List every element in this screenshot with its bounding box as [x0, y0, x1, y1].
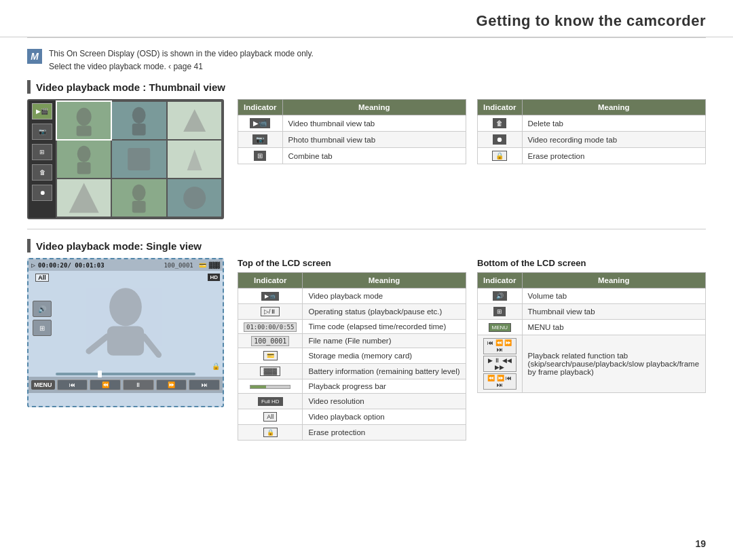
table-row: ▷/⏸ Operating status (playback/pause etc… — [238, 304, 466, 320]
progress-bar-icon — [250, 385, 290, 389]
top-lcd-table: Indicator Meaning ▶📹 Video playback mode… — [238, 272, 466, 441]
skip-back-btn: ⏮ — [57, 379, 88, 390]
sb-video-icon: ▶🎬 — [32, 103, 52, 119]
table-cell: Operating status (playback/pause etc.) — [303, 304, 466, 320]
erase-prot-icon: 🔒 — [263, 428, 278, 437]
table-cell: MENU tab — [522, 320, 705, 335]
lcd-left-panel: All 🔊 ⊞ — [29, 271, 56, 373]
table-row: ⊞ Combine tab — [238, 148, 466, 164]
record-mode-icon: ⏺ — [493, 134, 506, 145]
lcd-sidebar: ▶🎬 📷 ⊞ 🗑 ⏺ — [29, 100, 56, 218]
lcd-cell-3 — [168, 102, 221, 139]
sb-record-icon: ⏺ — [32, 185, 52, 201]
top-lcd-col: Top of the LCD screen Indicator Meaning … — [238, 258, 466, 441]
lcd-cell-8 — [112, 179, 166, 217]
top-lcd-title: Top of the LCD screen — [238, 258, 466, 268]
combine-icon: ⊞ — [254, 151, 266, 161]
volume-tab-icon: 🔊 — [493, 291, 507, 301]
menu-label: MENU — [31, 380, 55, 390]
table-cell: Storage media (memory card) — [303, 348, 466, 364]
table-cell-meaning: Video thumbnail view tab — [282, 115, 466, 132]
filename-display: 100_0001 — [164, 262, 193, 269]
table-cell: Video resolution — [303, 394, 466, 409]
lcd-figure — [56, 271, 195, 373]
thumb-view-tab-icon: ⊞ — [493, 307, 506, 316]
info-icon: M — [27, 49, 42, 64]
table-row: Full HD Video resolution — [238, 394, 466, 409]
timecode-display: 00:00:20/ 00:01:03 — [38, 262, 105, 269]
single-section-title: Video playback mode: Single view — [27, 239, 706, 253]
lcd-grid — [56, 100, 223, 218]
table-row: All Video playback option — [238, 409, 466, 425]
bottom-lcd-table: Indicator Meaning 🔊 Volume tab ⊞ Thumbna… — [477, 272, 706, 393]
th-meaning-1: Meaning — [282, 100, 466, 115]
volume-btn: 🔊 — [33, 301, 52, 317]
table-row: ⏺ Video recording mode tab — [478, 132, 706, 148]
page-header: Getting to know the camcorder — [0, 0, 733, 37]
table-cell: Playback related function tab (skip/sear… — [522, 335, 705, 393]
playback-ctrl-icon-row1: ⏮ ⏪ ⏩ ⏭ — [483, 338, 516, 354]
lcd-cell-4 — [57, 141, 111, 178]
filename-icon: 100_0001 — [251, 336, 289, 346]
video-playback-mode-icon: ▶📹 — [261, 292, 279, 301]
sb-combine-icon: ⊞ — [32, 144, 52, 160]
table-cell: Video playback option — [303, 409, 466, 425]
table-cell: Thumbnail view tab — [522, 304, 705, 320]
lcd-topbar: ▷ 00:00:20/ 00:01:03 100_0001 💳 ▓▓▓ — [29, 259, 223, 271]
svg-rect-3 — [132, 124, 146, 136]
table-row: ▶📹 Video thumbnail view tab — [238, 115, 466, 132]
all-label: All — [35, 274, 49, 282]
th-top-mean: Meaning — [303, 273, 466, 288]
pause-btn: ⏸ — [123, 379, 154, 390]
storage-icon: 💳 — [263, 351, 278, 360]
lcd-cell-2 — [112, 102, 166, 139]
thumbnail-section: ▶🎬 📷 ⊞ 🗑 ⏺ — [27, 99, 706, 219]
th-bot-ind: Indicator — [478, 273, 523, 288]
svg-point-13 — [109, 288, 142, 326]
svg-rect-1 — [77, 126, 92, 136]
lcd-cell-6 — [168, 141, 221, 178]
table-cell: Time code (elapsed time/recorded time) — [303, 320, 466, 334]
table-row: ▶📹 Video playback mode — [238, 288, 466, 304]
table-row: ⊞ Thumbnail view tab — [478, 304, 706, 320]
card-icon: 💳 — [199, 262, 206, 269]
thumbnail-table-2: Indicator Meaning 🗑 Delete tab ⏺ Video r… — [477, 99, 706, 164]
table-row: 100_0001 File name (File number) — [238, 334, 466, 348]
table-cell-meaning: Combine tab — [282, 148, 466, 164]
table-cell-meaning: Photo thumbnail view tab — [282, 132, 466, 148]
svg-rect-6 — [77, 162, 91, 174]
lcd-cell-1 — [57, 102, 111, 139]
table-cell: Video playback mode — [303, 288, 466, 304]
page-number: 19 — [695, 538, 706, 549]
playback-ctrl-icon-row3: ⏪ ⏩ ⏮ ⏭ — [483, 373, 516, 390]
thumbnail-tables: Indicator Meaning ▶📹 Video thumbnail vie… — [238, 99, 706, 164]
thumbnail-btn: ⊞ — [33, 320, 52, 336]
resolution-icon: Full HD — [258, 397, 283, 406]
single-section: ▷ 00:00:20/ 00:01:03 100_0001 💳 ▓▓▓ All … — [27, 258, 706, 441]
sb-photo-icon: 📷 — [32, 124, 52, 140]
play-icon: ▷ — [31, 261, 35, 269]
playback-ctrl-icon-row2: ▶ ⏸ ◀◀ ▶▶ — [483, 356, 516, 372]
svg-point-5 — [77, 146, 91, 162]
svg-marker-4 — [183, 109, 206, 132]
lcd-bottombar: MENU ⏮ ⏪ ⏸ ⏩ ⏭ — [29, 377, 223, 393]
lcd-thumbnail: ▶🎬 📷 ⊞ 🗑 ⏺ — [27, 99, 224, 219]
table-row: MENU MENU tab — [478, 320, 706, 335]
table-row: Playback progress bar — [238, 379, 466, 394]
thumbnail-table-1: Indicator Meaning ▶📹 Video thumbnail vie… — [238, 99, 466, 164]
svg-marker-9 — [69, 183, 99, 213]
info-box: M This On Screen Display (OSD) is shown … — [27, 48, 706, 73]
table-row: 🔒 Erase protection — [238, 425, 466, 441]
table-row: 💳 Storage media (memory card) — [238, 348, 466, 364]
svg-marker-8 — [187, 150, 202, 171]
lcd-content: All 🔊 ⊞ HD 🔒 — [29, 271, 223, 373]
table-row: ▓▓▓ Battery information (remaining batte… — [238, 364, 466, 379]
bottom-lcd-col: Bottom of the LCD screen Indicator Meani… — [477, 258, 706, 441]
svg-rect-7 — [128, 148, 150, 170]
photo-thumb-icon: 📷 — [252, 134, 267, 145]
table-cell-meaning: Video recording mode tab — [522, 132, 705, 148]
forward-btn: ⏩ — [156, 379, 187, 390]
table-row: 🔊 Volume tab — [478, 288, 706, 304]
svg-rect-14 — [107, 326, 144, 356]
video-thumb-icon: ▶📹 — [250, 118, 270, 128]
